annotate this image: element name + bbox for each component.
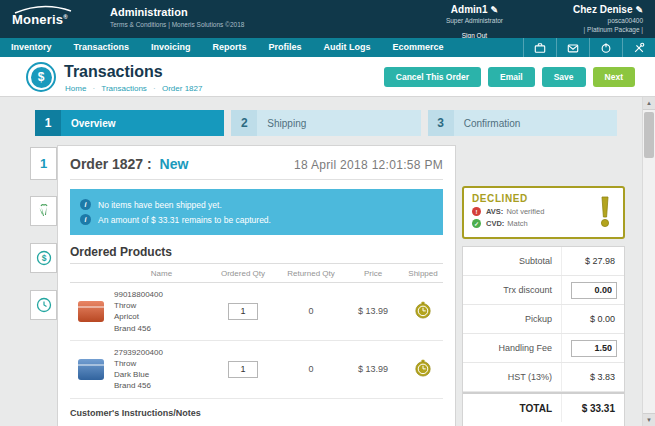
table-row: 99018800400 Throw Apricot Brand 456 0 $ … [70, 283, 443, 341]
moneris-logo[interactable]: Moneris® [0, 0, 96, 38]
admin-username: Admin1 [451, 4, 488, 15]
app-title: Administration [110, 6, 244, 18]
save-button[interactable]: Save [542, 67, 586, 87]
notice-shipped: i No items have been shipped yet. [80, 199, 433, 210]
cvd-row: ✓ CVD: Match [472, 219, 615, 228]
product-name: Throw [114, 300, 209, 311]
breadcrumb-home[interactable]: Home [65, 84, 86, 93]
tools-icon[interactable] [622, 38, 655, 57]
product-thumbnail [78, 301, 104, 322]
screen: Moneris® Administration Terms & Conditio… [0, 0, 655, 426]
breadcrumb-separator: · [93, 84, 96, 93]
breadcrumb-separator: · [153, 84, 156, 93]
product-variant: Dark Blue [114, 369, 209, 380]
nav-item-reports[interactable]: Reports [202, 38, 258, 57]
customer-notes-heading: Customer's Instructions/Notes [70, 408, 443, 418]
breadcrumb: Home · Transactions · Order 1827 [65, 84, 202, 93]
power-icon[interactable] [589, 38, 622, 57]
mail-icon[interactable] [556, 38, 589, 57]
merchant-package: | Platinum Package | [573, 26, 643, 33]
edit-merchant-icon[interactable]: ✎ [635, 5, 643, 15]
admin-user-block: Admin1✎ Super Administrator Sign Out [446, 0, 503, 38]
svg-text:$: $ [41, 253, 46, 263]
order-status-badge: New [160, 156, 189, 172]
action-button-group: Cancel This Order Email Save Next [384, 67, 635, 87]
vertical-scrollbar[interactable]: ▲ ▼ [642, 97, 655, 426]
admin-role: Super Administrator [446, 17, 503, 24]
produce-icon [36, 203, 52, 219]
payment-status-box: DECLINED ! AVS: Not verified ✓ CVD: Matc… [462, 186, 625, 239]
table-row: 27939200400 Throw Dark Blue Brand 456 0 … [70, 341, 443, 399]
product-price: $ 13.99 [345, 364, 401, 374]
handling-fee-input[interactable] [571, 340, 617, 357]
avs-alert-icon: ! [472, 207, 481, 216]
order-title: Order 1827 : [70, 156, 152, 172]
scrollbar-thumb[interactable] [644, 112, 654, 158]
col-ordered-qty: Ordered Qty [209, 269, 277, 278]
nav-item-transactions[interactable]: Transactions [63, 38, 141, 57]
nav-icon-group [523, 38, 655, 57]
scroll-up-button[interactable]: ▲ [643, 97, 655, 110]
side-rail-page-number[interactable]: 1 [30, 147, 57, 180]
brand-name: Moneris [12, 12, 63, 27]
nav-item-audit-logs[interactable]: Audit Logs [313, 38, 382, 57]
info-icon: i [80, 214, 91, 225]
col-name: Name [114, 269, 209, 278]
handling-fee-row: Handling Fee [463, 334, 624, 363]
top-header: Moneris® Administration Terms & Conditio… [0, 0, 655, 38]
page-header-bar: $ Transactions Home · Transactions · Ord… [0, 57, 655, 97]
dollar-circle-icon: $ [36, 250, 52, 266]
trx-discount-input[interactable] [571, 282, 617, 299]
product-name: Throw [114, 358, 209, 369]
cvd-check-icon: ✓ [472, 219, 481, 228]
registered-mark: ® [63, 13, 68, 19]
merchant-id: posca00400 [573, 17, 643, 24]
terms-text[interactable]: Terms & Conditions | Moneris Solutions ©… [110, 21, 244, 28]
nav-item-ecommerce[interactable]: Ecommerce [382, 38, 455, 57]
main-nav: Inventory Transactions Invoicing Reports… [0, 38, 655, 57]
edit-admin-icon[interactable]: ✎ [491, 5, 499, 15]
next-button[interactable]: Next [593, 67, 635, 87]
product-brand: Brand 456 [114, 323, 209, 334]
payment-rail-tab[interactable]: $ [30, 243, 57, 273]
products-rail-tab[interactable] [30, 196, 57, 226]
products-table-header: Name Ordered Qty Returned Qty Price Ship… [70, 263, 443, 283]
declined-exclamation-icon [598, 196, 612, 228]
merchant-name: Chez Denise [573, 4, 632, 15]
product-sku: 27939200400 [114, 347, 209, 358]
hst-row: HST (13%) $ 3.83 [463, 363, 624, 392]
step-tab-shipping[interactable]: 2 Shipping [231, 110, 420, 136]
step-tab-confirmation[interactable]: 3 Confirmation [428, 110, 617, 136]
ordered-qty-input[interactable] [228, 303, 258, 320]
subtotal-row: Subtotal $ 27.98 [463, 247, 624, 276]
declined-status: DECLINED [472, 193, 615, 204]
product-thumbnail [78, 359, 104, 380]
step-tab-overview[interactable]: 1 Overview [35, 110, 224, 136]
cancel-order-button[interactable]: Cancel This Order [384, 67, 481, 87]
ordered-products-heading: Ordered Products [70, 245, 443, 259]
page-title: Transactions [64, 63, 163, 81]
nav-item-inventory[interactable]: Inventory [0, 38, 63, 57]
info-notice-box: i No items have been shipped yet. i An a… [70, 189, 443, 235]
shipped-pending-clock-icon [414, 301, 432, 319]
nav-item-profiles[interactable]: Profiles [258, 38, 313, 57]
breadcrumb-transactions[interactable]: Transactions [101, 84, 147, 93]
col-shipped: Shipped [401, 269, 445, 278]
header-title-block: Administration Terms & Conditions | Mone… [110, 0, 244, 38]
trx-discount-row: Trx discount [463, 276, 624, 305]
returned-qty: 0 [277, 306, 345, 316]
wizard-steps: 1 Overview 2 Shipping 3 Confirmation [35, 110, 617, 136]
shipped-pending-clock-icon [414, 359, 432, 377]
nav-item-invoicing[interactable]: Invoicing [140, 38, 202, 57]
history-rail-tab[interactable] [30, 290, 57, 320]
ordered-qty-input[interactable] [228, 361, 258, 378]
email-button[interactable]: Email [488, 67, 535, 87]
col-price: Price [345, 269, 401, 278]
product-sku: 99018800400 [114, 289, 209, 300]
product-brand: Brand 456 [114, 380, 209, 391]
briefcase-icon[interactable] [523, 38, 556, 57]
merchant-block: Chez Denise✎ posca00400 | Platinum Packa… [573, 0, 655, 38]
order-totals-panel: Subtotal $ 27.98 Trx discount Pickup $ 0… [462, 246, 625, 426]
total-row: TOTAL $ 33.31 [463, 392, 624, 422]
scroll-down-button[interactable]: ▼ [643, 413, 655, 426]
